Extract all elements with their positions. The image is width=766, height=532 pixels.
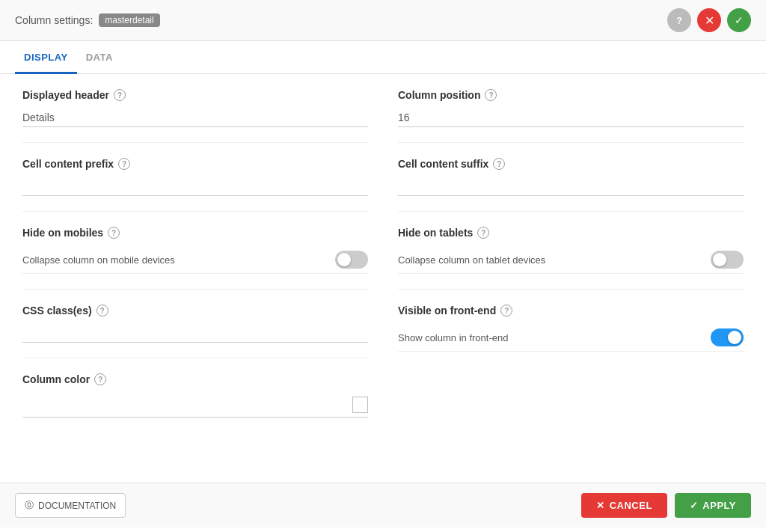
- tab-data[interactable]: DATA: [77, 41, 122, 74]
- hide-on-tablets-section: Hide on tablets ? Collapse column on tab…: [398, 227, 744, 274]
- hide-on-mobiles-row: Collapse column on mobile devices: [22, 246, 368, 274]
- css-classes-input[interactable]: [22, 324, 368, 343]
- cell-content-prefix-label: Cell content prefix: [22, 158, 114, 170]
- header-left: Column settings: masterdetail: [15, 13, 160, 27]
- cell-content-suffix-help-icon[interactable]: ?: [493, 158, 505, 170]
- hide-on-tablets-toggle[interactable]: [711, 251, 744, 269]
- cell-content-prefix-section: Cell content prefix ?: [22, 158, 368, 196]
- cancel-button[interactable]: ✕ CANCEL: [581, 493, 667, 518]
- tab-display[interactable]: DISPLAY: [15, 41, 77, 74]
- hide-on-tablets-label: Hide on tablets: [398, 227, 473, 239]
- cancel-label: CANCEL: [610, 500, 652, 511]
- hide-on-mobiles-desc: Collapse column on mobile devices: [22, 254, 175, 266]
- footer: ⓪ DOCUMENTATION ✕ CANCEL ✓ APPLY: [0, 483, 766, 528]
- column-color-help-icon[interactable]: ?: [94, 373, 106, 385]
- visible-frontend-desc: Show column in front-end: [398, 332, 508, 343]
- hide-on-tablets-help-icon[interactable]: ?: [477, 227, 489, 239]
- visible-frontend-slider: [711, 328, 744, 346]
- masterdetail-badge: masterdetail: [99, 13, 159, 27]
- displayed-header-help-icon[interactable]: ?: [114, 89, 126, 101]
- css-classes-help-icon[interactable]: ?: [96, 305, 108, 317]
- visible-frontend-label: Visible on front-end: [398, 305, 496, 317]
- hide-on-mobiles-help-icon[interactable]: ?: [108, 227, 120, 239]
- help-button[interactable]: ?: [667, 8, 691, 32]
- documentation-button[interactable]: ⓪ DOCUMENTATION: [15, 493, 126, 518]
- css-classes-label: CSS class(es): [22, 305, 92, 317]
- cell-content-prefix-help-icon[interactable]: ?: [118, 158, 130, 170]
- visible-frontend-toggle[interactable]: [711, 328, 744, 346]
- hide-on-mobiles-label: Hide on mobiles: [22, 227, 103, 239]
- documentation-label: DOCUMENTATION: [38, 501, 116, 511]
- cell-content-suffix-input[interactable]: [398, 177, 744, 196]
- footer-actions: ✕ CANCEL ✓ APPLY: [581, 493, 751, 518]
- column-position-section: Column position ?: [398, 89, 744, 127]
- hide-on-mobiles-toggle[interactable]: [335, 251, 368, 269]
- column-color-input[interactable]: [22, 396, 352, 414]
- close-button[interactable]: ✕: [697, 8, 721, 32]
- header-actions: ? ✕ ✓: [667, 8, 751, 32]
- column-settings-label: Column settings:: [15, 14, 93, 26]
- displayed-header-section: Displayed header ?: [22, 89, 368, 127]
- content: Displayed header ? Cell content prefix ?…: [0, 74, 766, 483]
- hide-on-tablets-slider: [711, 251, 744, 269]
- color-swatch[interactable]: [352, 397, 368, 413]
- column-position-help-icon[interactable]: ?: [485, 89, 497, 101]
- doc-icon: ⓪: [25, 499, 34, 512]
- question-mark-icon: ?: [676, 15, 682, 26]
- cell-content-suffix-label: Cell content suffix: [398, 158, 488, 170]
- css-classes-section: CSS class(es) ?: [22, 305, 368, 343]
- hide-on-mobiles-section: Hide on mobiles ? Collapse column on mob…: [22, 227, 368, 274]
- displayed-header-label: Displayed header: [22, 89, 109, 101]
- hide-on-tablets-row: Collapse column on tablet devices: [398, 246, 744, 274]
- visible-frontend-help-icon[interactable]: ?: [500, 305, 512, 317]
- apply-button[interactable]: ✓ APPLY: [675, 493, 751, 518]
- visible-frontend-section: Visible on front-end ? Show column in fr…: [398, 305, 744, 352]
- tabs: DISPLAY DATA: [0, 41, 766, 74]
- displayed-header-input[interactable]: [22, 108, 368, 127]
- apply-check-icon: ✓: [690, 500, 699, 511]
- close-icon: ✕: [705, 13, 714, 28]
- color-picker-row: [22, 393, 368, 418]
- confirm-button[interactable]: ✓: [727, 8, 751, 32]
- cell-content-suffix-section: Cell content suffix ?: [398, 158, 744, 196]
- column-position-input[interactable]: [398, 108, 744, 127]
- hide-on-tablets-desc: Collapse column on tablet devices: [398, 254, 545, 266]
- check-icon: ✓: [735, 14, 744, 26]
- visible-frontend-row: Show column in front-end: [398, 324, 744, 352]
- cell-content-prefix-input[interactable]: [22, 177, 368, 196]
- column-color-section: Column color ?: [22, 373, 368, 418]
- apply-label: APPLY: [702, 500, 736, 511]
- hide-on-mobiles-slider: [335, 251, 368, 269]
- cancel-x-icon: ✕: [596, 500, 605, 511]
- column-color-label: Column color: [22, 373, 90, 385]
- column-position-label: Column position: [398, 89, 480, 101]
- header: Column settings: masterdetail ? ✕ ✓: [0, 0, 766, 41]
